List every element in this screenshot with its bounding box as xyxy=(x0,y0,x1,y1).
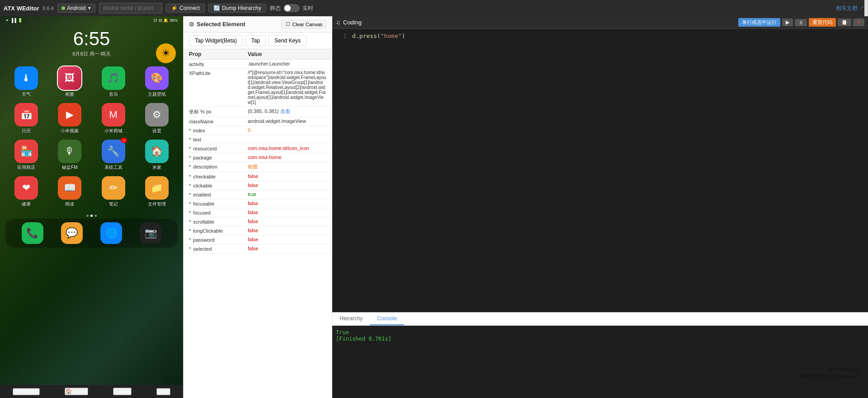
power-label: POWER xyxy=(20,389,39,394)
line-content-1: d.press("home") xyxy=(352,33,405,39)
app-files[interactable]: 📁 文件管理 xyxy=(138,176,176,207)
app-weather[interactable]: 🌡 天气 xyxy=(7,66,45,98)
main-layout: ⚭ ▐▐ 🔋 ⊡ ⊟ 🔔 38% 6:55 8月8日 周一·晴天 ☀ 🌡 天气 xyxy=(0,16,868,398)
app-mi-home[interactable]: 🏠 米家 xyxy=(138,140,176,171)
app-icon-dock-messages: 💬 xyxy=(61,222,83,244)
prop-row-activity: activity .launcher.Launcher xyxy=(184,60,332,69)
run-button[interactable]: 单行或选中运行 xyxy=(738,18,780,27)
step-button[interactable]: ▶ xyxy=(782,19,793,26)
tab-console[interactable]: Console xyxy=(370,313,404,325)
close-coding-button[interactable]: ✕ xyxy=(853,19,864,26)
continue-button[interactable]: ⏸ xyxy=(795,19,807,26)
dot-2 xyxy=(90,215,93,217)
app-system-tools[interactable]: 🔧 2 系统工具 xyxy=(94,140,132,171)
app-theme[interactable]: 🎨 主题壁纸 xyxy=(138,66,176,98)
app-label-mi-home: 米家 xyxy=(152,164,161,171)
prop-name-xpath: XPathLite xyxy=(189,70,248,76)
inspector-title: ⊙ Selected Element xyxy=(189,21,245,28)
app-mi-video[interactable]: ▶ 小米视频 xyxy=(51,103,89,134)
tab-hierarchy[interactable]: Hierarchy xyxy=(332,313,370,325)
app-fm[interactable]: 🎙 椒盐FM xyxy=(51,140,89,171)
topbar: ATX WEditor 0.6.4 Android ▼ ⚡ Connect 🔄 … xyxy=(0,0,868,16)
prop-row-password: * password false xyxy=(184,235,332,244)
app-reading[interactable]: 📖 阅读 xyxy=(51,176,89,207)
status-bar: ⚭ ▐▐ 🔋 ⊡ ⊟ 🔔 38% xyxy=(0,16,183,24)
send-keys-button[interactable]: Send Keys xyxy=(269,35,307,46)
click-link[interactable]: 点击 xyxy=(280,108,290,114)
dock-messages[interactable]: 💬 xyxy=(61,222,83,244)
app-mi-store[interactable]: M 小米商城 xyxy=(94,103,132,134)
prop-val-focusable: false xyxy=(248,201,326,206)
prop-val-package: com.miui.home xyxy=(248,155,326,160)
prop-row-selected: * selected false xyxy=(184,244,332,253)
menu-label: Menu xyxy=(157,389,170,394)
bottom-tabs: Hierarchy Console xyxy=(332,313,868,326)
code-str: "home" xyxy=(381,33,402,39)
prop-name-classname: className xyxy=(189,118,248,124)
code-line-1: 1 d.press("home") xyxy=(336,33,864,39)
home-button[interactable]: 🏠 Home xyxy=(65,388,88,395)
gear-icon: ⊙ xyxy=(189,21,194,28)
prop-row-enabled: * enabled true xyxy=(184,190,332,199)
back-label: Back xyxy=(119,389,130,394)
dock-phone[interactable]: 📞 xyxy=(22,222,43,244)
app-label-mi-video: 小米视频 xyxy=(61,128,79,134)
coding-panel: ♫ Coding 单行或选中运行 ▶ ⏸ 重置代码 📋 ✕ 1 d.press(… xyxy=(332,16,868,398)
prop-name-scrollable: * scrollable xyxy=(189,219,248,225)
dump-hierarchy-button[interactable]: 🔄 Dump Hierarchy xyxy=(208,4,266,13)
prop-name-coords: 坐标 % px xyxy=(189,108,248,115)
device-input[interactable] xyxy=(99,3,162,14)
docs-link[interactable]: 相关文档 ↗ xyxy=(836,5,864,12)
prop-row-package: * package com.miui.home xyxy=(184,153,332,162)
tap-widget-button[interactable]: Tap Widget(Beta) xyxy=(189,35,243,46)
app-icon-health: ❤ xyxy=(14,176,38,200)
phone-panel: ⚭ ▐▐ 🔋 ⊡ ⊟ 🔔 38% 6:55 8月8日 周一·晴天 ☀ 🌡 天气 xyxy=(0,16,183,398)
prop-name-focusable: * focusable xyxy=(189,201,248,206)
prop-val-coords: (0.385, 0.381) 点击 xyxy=(248,108,326,115)
prop-name-enabled: * enabled xyxy=(189,192,248,197)
mode-toggle[interactable] xyxy=(283,4,300,12)
app-calendar[interactable]: 📅 日历 xyxy=(7,103,45,134)
app-appstore[interactable]: 🏪 应用商店 xyxy=(7,140,45,171)
power-button[interactable]: ⏻ POWER xyxy=(13,388,40,395)
chevron-down-icon: ▼ xyxy=(87,6,91,10)
app-icon-settings: ⚙ xyxy=(145,103,169,126)
copy-button[interactable]: 📋 xyxy=(838,19,851,26)
app-music[interactable]: 🎵 音乐 xyxy=(94,66,132,98)
android-selector[interactable]: Android ▼ xyxy=(57,4,95,13)
line-number-1: 1 xyxy=(336,33,347,39)
app-settings[interactable]: ⚙ 设置 xyxy=(138,103,176,134)
prop-row-index: * index 0 xyxy=(184,126,332,135)
weather-widget: ☀ xyxy=(156,43,176,63)
app-notes[interactable]: ✏ 笔记 xyxy=(94,176,132,207)
menu-button[interactable]: Menu xyxy=(156,388,171,395)
app-dock: 📞 💬 🌐 📷 xyxy=(5,219,178,248)
windows-activate-line2: 转到"设置"以激活 Windows xyxy=(799,373,859,380)
prop-name-resourceid: * resourceId xyxy=(189,145,248,151)
back-button[interactable]: ◁ Back xyxy=(113,388,131,395)
prop-name-longclickable: * longClickable xyxy=(189,228,248,234)
dock-browser[interactable]: 🌐 xyxy=(100,222,122,244)
app-icon-notes: ✏ xyxy=(102,176,125,200)
app-label-settings: 设置 xyxy=(152,128,161,134)
battery-icon: 🔋 xyxy=(18,18,23,23)
app-photos[interactable]: 🖼 相册 xyxy=(51,66,89,98)
app-icon-dock-browser: 🌐 xyxy=(100,222,122,244)
app-grid-row3: 🏪 应用商店 🎙 椒盐FM 🔧 2 系统工具 xyxy=(0,140,183,176)
app-health[interactable]: ❤ 健康 xyxy=(7,176,45,207)
dock-camera[interactable]: 📷 xyxy=(140,222,161,244)
app-label-files: 文件管理 xyxy=(148,201,166,207)
windows-activate: 激活 Windows 转到"设置"以激活 Windows xyxy=(799,366,859,380)
signal-icon: ▐▐ xyxy=(10,18,16,23)
clear-canvas-button[interactable]: ☐ Clear Canvas xyxy=(282,20,326,28)
prop-val-xpath: //*[@resource-id="com.miui.home:id/works… xyxy=(248,70,326,105)
phone-screen[interactable]: ⚭ ▐▐ 🔋 ⊡ ⊟ 🔔 38% 6:55 8月8日 周一·晴天 ☀ 🌡 天气 xyxy=(0,16,183,385)
app-label-theme: 主题壁纸 xyxy=(148,91,166,98)
tap-button[interactable]: Tap xyxy=(245,35,266,46)
app-label-mi-store: 小米商城 xyxy=(104,128,123,134)
prop-row-resourceid: * resourceId com.miui.home:id/icon_icon xyxy=(184,144,332,153)
app-icon-appstore: 🏪 xyxy=(14,140,38,163)
prop-val-checkable: false xyxy=(248,173,326,179)
reset-button[interactable]: 重置代码 xyxy=(809,18,836,27)
connect-button[interactable]: ⚡ Connect xyxy=(166,4,205,13)
